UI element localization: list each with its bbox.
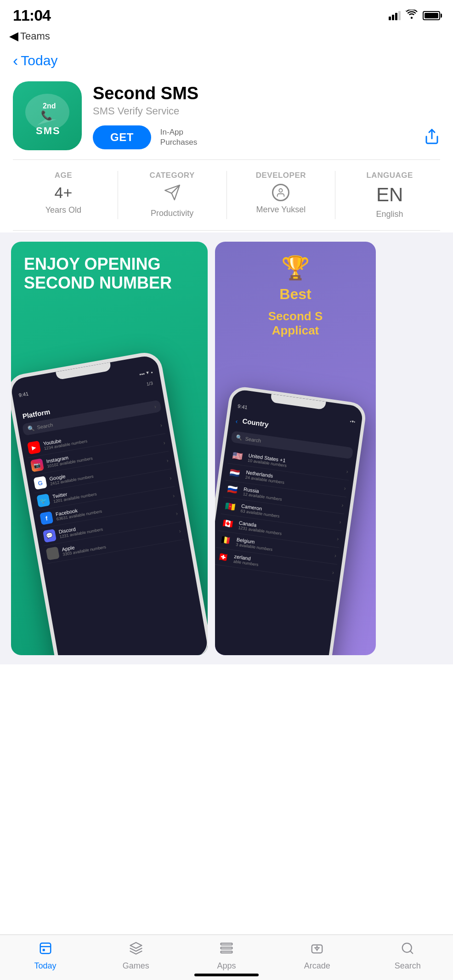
screenshot-1-headline: ENJOY OPENINGSECOND NUMBER (24, 255, 195, 293)
games-tab-label: Games (123, 961, 149, 971)
svg-line-18 (410, 951, 413, 953)
back-arrow-icon: ◀ (9, 29, 18, 43)
back-teams-link[interactable]: ◀ Teams (9, 29, 444, 43)
back-navigation: ◀ Teams (0, 27, 453, 48)
screenshot-2-sub1: Second S (228, 309, 363, 323)
status-time: 11:04 (13, 6, 51, 24)
screenshot-2-headline: Best (228, 286, 363, 303)
svg-text:2nd: 2nd (43, 102, 56, 110)
arcade-tab-icon (310, 941, 324, 958)
language-code: EN (376, 184, 403, 206)
mock-phone-2: 9:41 ▪▾▪ ‹ Country 🔍 Search 🇺🇸 (215, 385, 368, 655)
app-header: 2nd 📞 SMS Second SMS SMS Verify Service … (0, 77, 453, 159)
meta-developer[interactable]: DEVELOPER Merve Yuksel (227, 171, 336, 219)
tab-arcade[interactable]: Arcade (294, 941, 340, 971)
share-icon (424, 128, 440, 145)
svg-rect-12 (221, 943, 232, 945)
today-chevron-icon: ‹ (13, 51, 18, 69)
app-icon-svg: 2nd 📞 SMS (20, 88, 75, 143)
app-info: Second SMS SMS Verify Service GET In-App… (93, 81, 440, 149)
meta-category[interactable]: CATEGORY Productivity (118, 171, 227, 219)
developer-value: Merve Yuksel (256, 205, 306, 215)
tab-games[interactable]: Games (113, 941, 159, 971)
wifi-icon (405, 10, 418, 22)
language-value: English (376, 210, 403, 219)
app-icon: 2nd 📞 SMS (13, 81, 82, 150)
signal-icon (389, 11, 401, 20)
mock-phone-1: 9:41 ▪▪▪▾▪ 1/3 Platform 🔍 Search › (11, 350, 208, 655)
app-name: Second SMS (93, 84, 440, 103)
apps-tab-label: Apps (217, 961, 236, 971)
svg-point-8 (279, 189, 283, 192)
tab-today[interactable]: Today (23, 941, 68, 971)
developer-label: DEVELOPER (256, 171, 306, 180)
screenshots-section: ENJOY OPENINGSECOND NUMBER 9:41 ▪▪▪▾▪ 1/… (0, 232, 453, 664)
today-navigation[interactable]: ‹ Today (0, 48, 453, 77)
get-button[interactable]: GET (93, 125, 151, 149)
age-label: AGE (55, 171, 72, 180)
tab-search[interactable]: Search (385, 941, 430, 971)
back-label: Teams (20, 30, 50, 42)
svg-rect-11 (42, 949, 45, 951)
search-tab-icon (401, 941, 414, 958)
status-icons (389, 10, 440, 22)
screenshot-1: ENJOY OPENINGSECOND NUMBER 9:41 ▪▪▪▾▪ 1/… (11, 242, 208, 655)
app-actions: GET In-App Purchases (93, 125, 440, 149)
meta-age: AGE 4+ Years Old (9, 171, 118, 219)
category-icon (164, 184, 181, 205)
tab-apps[interactable]: Apps (204, 941, 249, 971)
in-app-purchases: In-App Purchases (160, 127, 197, 147)
developer-icon (272, 184, 289, 201)
category-label: CATEGORY (149, 171, 194, 180)
svg-point-15 (316, 947, 318, 950)
in-app-label2: Purchases (160, 137, 197, 147)
meta-divider (13, 230, 440, 231)
meta-language[interactable]: LANGUAGE EN English (335, 171, 444, 219)
home-indicator (194, 974, 259, 976)
svg-text:📞: 📞 (41, 110, 52, 121)
age-value: 4+ (54, 184, 72, 202)
status-bar: 11:04 (0, 0, 453, 27)
today-tab-label: Today (34, 961, 57, 971)
apps-tab-icon (220, 941, 233, 958)
games-tab-icon (129, 941, 143, 958)
today-tab-icon (39, 941, 52, 958)
screenshot-2: 🏆 Best Second S Applicat 9:41 ▪▾▪ (215, 242, 376, 655)
share-button[interactable] (424, 128, 440, 146)
today-label: Today (21, 53, 57, 68)
svg-rect-14 (221, 951, 232, 953)
search-tab-label: Search (395, 961, 421, 971)
svg-rect-13 (221, 947, 232, 949)
battery-icon (423, 11, 440, 20)
meta-info-row: AGE 4+ Years Old CATEGORY Productivity D… (0, 160, 453, 230)
laurel-icon: 🏆 (281, 255, 310, 281)
in-app-label1: In-App (160, 127, 197, 137)
age-sub: Years Old (45, 205, 81, 215)
svg-text:SMS: SMS (36, 125, 61, 136)
arcade-tab-label: Arcade (304, 961, 330, 971)
svg-rect-9 (40, 943, 51, 954)
app-subtitle: SMS Verify Service (93, 105, 440, 117)
screenshots-container: ENJOY OPENINGSECOND NUMBER 9:41 ▪▪▪▾▪ 1/… (0, 232, 453, 664)
screenshot-2-sub2: Applicat (228, 323, 363, 338)
language-label: LANGUAGE (366, 171, 413, 180)
category-value: Productivity (151, 209, 193, 218)
